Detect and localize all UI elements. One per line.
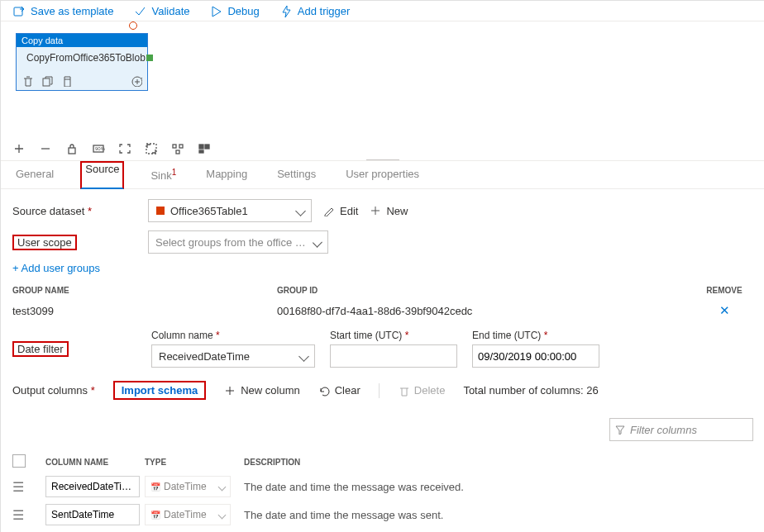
source-dataset-label: Source dataset	[12, 205, 136, 217]
user-scope-dropdown[interactable]: Select groups from the office 365 ten…	[148, 230, 328, 254]
validate-label: Validate	[151, 5, 189, 17]
svg-rect-12	[199, 145, 203, 149]
new-column-button[interactable]: New column	[224, 384, 300, 397]
schema-col-name: COLUMN NAME	[45, 458, 145, 467]
new-dataset-button[interactable]: New	[370, 205, 408, 217]
zoom-percent-icon[interactable]: 90%	[92, 142, 105, 155]
date-filter-column-dropdown[interactable]: ReceivedDateTime	[151, 344, 315, 368]
column-type-dropdown[interactable]: 📅DateTime	[145, 504, 231, 525]
check-icon	[133, 4, 146, 17]
column-description: The date and time the message was sent.	[244, 509, 753, 521]
zoom-out-icon[interactable]	[39, 142, 52, 155]
drag-handle[interactable]: ☰	[12, 507, 45, 523]
svg-rect-13	[205, 145, 209, 149]
col-remove: REMOVE	[695, 286, 753, 295]
refresh-icon	[318, 385, 330, 397]
filter-columns-input[interactable]: Filter columns	[609, 418, 753, 441]
date-filter-label: Date filter	[12, 343, 136, 355]
column-count-label: Total number of columns: 26	[463, 384, 598, 397]
clear-columns-button[interactable]: Clear	[318, 384, 361, 397]
end-time-label: End time (UTC)	[472, 330, 599, 341]
select-all-checkbox[interactable]	[12, 454, 26, 468]
breakpoint-indicator	[129, 21, 137, 30]
copy-icon[interactable]	[41, 75, 53, 87]
schema-col-desc: DESCRIPTION	[244, 458, 753, 467]
svg-rect-8	[146, 144, 156, 154]
fullscreen-icon[interactable]	[145, 142, 158, 155]
group-row: test3099 00168f80-df7d-4aa1-88d6-39bf904…	[12, 298, 753, 323]
add-trigger-label: Add trigger	[298, 5, 351, 17]
schema-col-type: TYPE	[145, 458, 244, 467]
start-time-input[interactable]	[330, 344, 457, 368]
user-scope-label: User scope	[12, 236, 136, 249]
tab-user-properties[interactable]: User properties	[342, 161, 423, 188]
divider	[379, 383, 380, 398]
drag-handle[interactable]: ☰	[12, 479, 45, 495]
play-icon	[209, 4, 222, 17]
tab-source[interactable]: Source	[80, 161, 124, 189]
import-schema-button[interactable]: Import schema	[113, 381, 206, 400]
column-name-label: Column name	[151, 330, 315, 341]
activity-name: CopyFromOffice365ToBlob	[26, 52, 146, 64]
validate-button[interactable]: Validate	[133, 4, 189, 17]
delete-icon[interactable]	[21, 75, 33, 87]
trash-icon	[398, 385, 409, 397]
debug-label: Debug	[227, 5, 259, 17]
source-dataset-dropdown[interactable]: Office365Table1	[148, 199, 312, 222]
start-time-label: Start time (UTC)	[330, 330, 457, 341]
clone-icon[interactable]	[61, 75, 73, 87]
svg-rect-15	[156, 207, 165, 215]
schema-row: ☰📅DateTimeThe date and time the message …	[1, 501, 764, 529]
group-name-cell: test3099	[12, 305, 277, 317]
svg-text:90%: 90%	[95, 146, 105, 151]
activity-tabs: General Source Sink1 Mapping Settings Us…	[1, 160, 764, 189]
svg-rect-14	[199, 150, 203, 153]
save-as-template-button[interactable]: Save as template	[12, 4, 113, 17]
column-name-input[interactable]	[45, 476, 140, 497]
layout-icon[interactable]	[198, 142, 211, 155]
tab-general[interactable]: General	[12, 161, 57, 188]
end-time-input[interactable]	[472, 344, 599, 368]
fit-icon[interactable]	[118, 142, 131, 155]
add-trigger-button[interactable]: Add trigger	[279, 4, 351, 17]
remove-group-button[interactable]: ✕	[695, 303, 753, 318]
output-columns-label: Output columns	[12, 384, 95, 397]
lock-icon[interactable]	[65, 142, 79, 155]
pencil-icon	[323, 205, 335, 216]
plus-icon	[224, 385, 236, 397]
panel-grip[interactable]	[366, 156, 399, 160]
copy-data-activity[interactable]: Copy data CopyFromOffice365ToBlob	[16, 33, 148, 91]
activity-type-label: Copy data	[17, 34, 147, 47]
column-name-input[interactable]	[45, 504, 140, 525]
tab-mapping[interactable]: Mapping	[203, 161, 251, 188]
group-id-cell: 00168f80-df7d-4aa1-88d6-39bf9042cedc	[277, 305, 695, 317]
pipeline-canvas[interactable]: Copy data CopyFromOffice365ToBlob	[1, 21, 764, 137]
align-icon[interactable]	[171, 142, 184, 155]
office365-icon	[155, 206, 165, 216]
column-type-dropdown[interactable]: 📅DateTime	[145, 476, 231, 497]
col-group-id: GROUP ID	[277, 286, 695, 295]
svg-rect-9	[173, 145, 176, 148]
schema-row: ☰✓BooleanIndicates whether the message h…	[1, 529, 764, 532]
svg-rect-10	[179, 145, 183, 148]
col-group-name: GROUP NAME	[12, 286, 277, 295]
edit-dataset-button[interactable]: Edit	[323, 205, 358, 217]
svg-rect-5	[69, 148, 75, 154]
save-template-label: Save as template	[31, 5, 113, 17]
filter-icon	[615, 425, 625, 435]
debug-button[interactable]: Debug	[209, 4, 259, 17]
delete-column-button: Delete	[398, 384, 446, 397]
tab-settings[interactable]: Settings	[274, 161, 319, 188]
save-template-icon	[12, 4, 26, 17]
zoom-in-icon[interactable]	[12, 142, 26, 155]
success-connector[interactable]	[146, 55, 153, 61]
column-description: The date and time the message was receiv…	[244, 481, 753, 493]
svg-rect-3	[43, 78, 50, 86]
tab-sink[interactable]: Sink1	[147, 161, 179, 188]
schema-row: ☰📅DateTimeThe date and time the message …	[1, 473, 764, 501]
trigger-icon	[279, 4, 293, 17]
expand-icon[interactable]	[131, 75, 142, 87]
svg-rect-11	[176, 150, 179, 154]
add-user-groups-button[interactable]: Add user groups	[12, 262, 100, 274]
plus-icon	[370, 205, 381, 216]
